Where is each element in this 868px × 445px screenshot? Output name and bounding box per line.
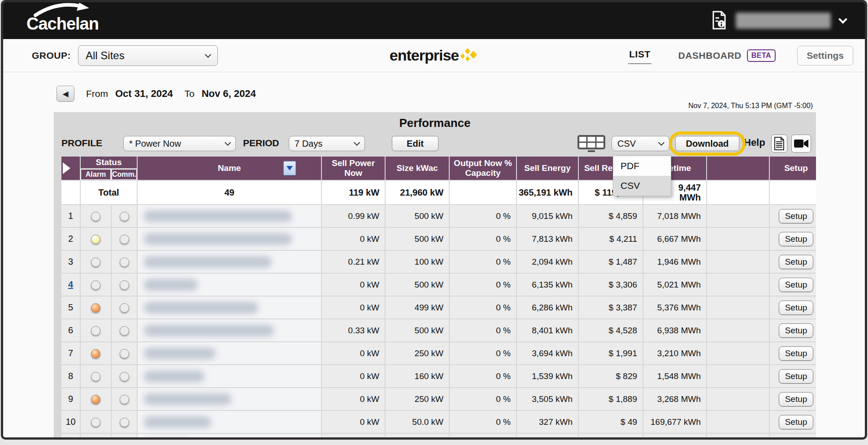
- site-number: 11: [61, 434, 80, 438]
- enterprise-logo: enterprise: [390, 46, 478, 65]
- setup-button[interactable]: Setup: [779, 232, 814, 246]
- alarm-status-cell: [81, 251, 111, 273]
- tab-dashboard[interactable]: DASHBOARD: [678, 50, 742, 61]
- blurred-name-text: [144, 256, 272, 268]
- alarm-status-dot-green: [91, 372, 100, 381]
- blank-header: [707, 157, 769, 180]
- site-name-blurred[interactable]: [138, 434, 321, 438]
- output-now-value: 0 %: [450, 388, 516, 410]
- size-kwac-header: Size kWac: [386, 157, 449, 180]
- cachelan-logo[interactable]: Cachelan: [26, 9, 99, 32]
- site-number: 8: [61, 365, 80, 387]
- group-select[interactable]: All Sites: [78, 45, 218, 66]
- setup-button[interactable]: Setup: [779, 346, 814, 361]
- download-button[interactable]: Download: [675, 136, 739, 151]
- total-size-kwac: 21,960 kW: [386, 181, 449, 204]
- edit-button[interactable]: Edit: [392, 136, 438, 151]
- setup-cell: Setup: [770, 319, 816, 341]
- blurred-name-text: [144, 210, 292, 222]
- account-name-blurred[interactable]: [736, 13, 831, 29]
- comm-status-cell: [112, 342, 137, 364]
- site-number-text[interactable]: 4: [68, 279, 73, 289]
- site-name-blurred[interactable]: [138, 388, 321, 410]
- profile-select[interactable]: * Power Now: [123, 136, 236, 151]
- output-now-value: 0 %: [450, 297, 516, 318]
- size-kwac-value: 500 kW: [386, 319, 449, 341]
- alarm-status-cell: [81, 274, 111, 296]
- setup-button[interactable]: Setup: [779, 392, 814, 406]
- app-window: Cachelan GROUP: All Sites enterprise: [1, 0, 867, 440]
- site-name-blurred[interactable]: [138, 228, 321, 250]
- site-number-text: 2: [68, 234, 73, 244]
- site-name-blurred[interactable]: [138, 365, 321, 387]
- sell-energy-value: 7,813 kWh: [517, 228, 578, 250]
- comm-status-dot-green: [120, 212, 129, 221]
- site-name-blurred[interactable]: [138, 274, 321, 296]
- output-now-value: 0 %: [450, 365, 516, 387]
- sell-revenue-value: $ 1,487: [579, 251, 642, 273]
- report-info-icon[interactable]: [712, 11, 727, 31]
- site-number: 5: [61, 297, 80, 318]
- period-select[interactable]: 7 Days: [289, 136, 365, 151]
- site-number-link[interactable]: 4: [61, 274, 80, 296]
- account-chevron-down-icon[interactable]: [838, 15, 847, 24]
- total-output-now: [450, 181, 516, 204]
- sell-power-now-value: 0.99 kW: [322, 205, 385, 227]
- comm-status-dot-green: [120, 280, 129, 290]
- logo-swoosh-icon: [29, 2, 101, 17]
- setup-cell: Setup: [770, 342, 816, 364]
- setup-header: Setup: [770, 157, 816, 180]
- brand-name: Cachelan: [26, 15, 99, 32]
- export-format-select[interactable]: CSV: [612, 136, 669, 151]
- comm-subheader: Comm.: [112, 169, 137, 180]
- main-content: ◀ From Oct 31, 2024 To Nov 6, 2024 Nov 7…: [3, 72, 865, 438]
- site-number-text: 1: [68, 211, 73, 221]
- site-number-text: 5: [68, 302, 73, 312]
- help-document-button[interactable]: [771, 135, 787, 153]
- settings-button[interactable]: Settings: [797, 46, 853, 65]
- setup-button[interactable]: Setup: [779, 369, 814, 384]
- size-kwac-value: 250 kW: [386, 342, 449, 364]
- empty-cell: [707, 297, 769, 318]
- to-date: Nov 6, 2024: [202, 88, 256, 100]
- setup-button[interactable]: Setup: [779, 209, 814, 223]
- alarm-subheader: Alarm: [81, 169, 111, 180]
- site-row: 80 kW160 kW0 %1,539 kWh$ 8291,548 MWhSet…: [61, 365, 816, 387]
- site-name-blurred[interactable]: [138, 411, 321, 433]
- menu-item-csv[interactable]: CSV: [613, 176, 671, 196]
- site-name-blurred[interactable]: [138, 205, 321, 227]
- previous-period-button[interactable]: ◀: [56, 86, 74, 102]
- site-name-blurred[interactable]: [138, 297, 321, 318]
- help-video-button[interactable]: [791, 135, 811, 153]
- site-row: 40 kW500 kW0 %6,135 kWh$ 3,3065,021 MWhS…: [61, 274, 816, 296]
- top-bar: Cachelan: [3, 2, 865, 39]
- setup-button[interactable]: Setup: [779, 438, 814, 439]
- name-header[interactable]: Name: [138, 157, 321, 180]
- alarm-status-dot-green: [91, 257, 100, 267]
- tab-list[interactable]: LIST: [628, 47, 651, 64]
- setup-button[interactable]: Setup: [779, 255, 814, 269]
- alarm-status-cell: [81, 205, 111, 227]
- output-now-value: 0 %: [450, 251, 516, 273]
- lifetime-value: 169,677 kWh: [643, 411, 706, 433]
- menu-item-pdf[interactable]: PDF: [613, 156, 671, 176]
- alarm-status-cell: [81, 365, 111, 387]
- sell-power-now-value: 0 kW: [322, 342, 385, 364]
- site-number-text: 10: [65, 417, 75, 427]
- setup-button[interactable]: Setup: [779, 415, 814, 429]
- setup-button[interactable]: Setup: [779, 323, 814, 338]
- site-row: 100 kW50.0 kW0 %327 kWh$ 49169,677 kWhSe…: [61, 411, 816, 433]
- sell-revenue-value: $ 3,306: [579, 274, 642, 296]
- site-name-blurred[interactable]: [138, 342, 321, 364]
- current-timestamp: Nov 7, 2024, Thu 5:13 PM (GMT -5:00): [688, 102, 813, 110]
- table-view-icon[interactable]: [576, 135, 607, 153]
- site-name-blurred[interactable]: [138, 319, 321, 341]
- output-now-value: 0 %: [450, 342, 516, 364]
- blurred-name-text: [144, 233, 292, 245]
- sort-dropdown-icon[interactable]: [283, 161, 296, 175]
- setup-button[interactable]: Setup: [779, 278, 814, 292]
- site-name-blurred[interactable]: [138, 251, 321, 273]
- group-label: GROUP:: [32, 50, 71, 61]
- setup-button[interactable]: Setup: [779, 301, 814, 315]
- blurred-name-text: [144, 302, 258, 314]
